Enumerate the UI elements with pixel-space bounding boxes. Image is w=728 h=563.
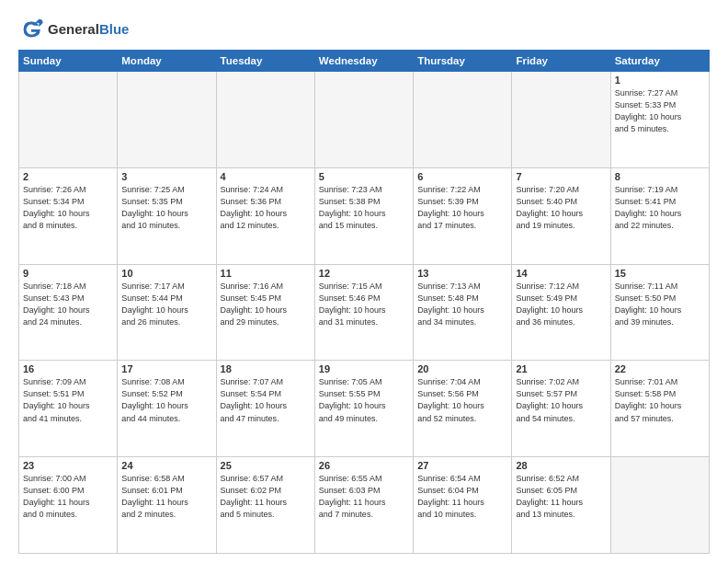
calendar-cell: 4Sunrise: 7:24 AM Sunset: 5:36 PM Daylig… [216, 167, 314, 264]
week-row-4: 23Sunrise: 7:00 AM Sunset: 6:00 PM Dayli… [19, 457, 710, 554]
calendar-cell: 17Sunrise: 7:08 AM Sunset: 5:52 PM Dayli… [118, 361, 216, 457]
day-number: 10 [121, 268, 211, 279]
day-info: Sunrise: 7:19 AM Sunset: 5:41 PM Dayligh… [615, 184, 705, 232]
calendar-cell: 25Sunrise: 6:57 AM Sunset: 6:02 PM Dayli… [216, 457, 314, 554]
calendar-cell [216, 72, 314, 168]
day-number: 18 [221, 363, 311, 374]
calendar-cell: 22Sunrise: 7:01 AM Sunset: 5:58 PM Dayli… [610, 361, 709, 457]
day-number: 25 [221, 460, 311, 471]
day-info: Sunrise: 7:27 AM Sunset: 5:33 PM Dayligh… [615, 87, 705, 135]
weekday-header-monday: Monday [118, 51, 216, 72]
calendar-cell: 3Sunrise: 7:25 AM Sunset: 5:35 PM Daylig… [118, 167, 216, 264]
calendar-cell: 20Sunrise: 7:04 AM Sunset: 5:56 PM Dayli… [414, 361, 512, 457]
calendar-cell: 12Sunrise: 7:15 AM Sunset: 5:46 PM Dayli… [314, 264, 413, 361]
day-info: Sunrise: 7:01 AM Sunset: 5:58 PM Dayligh… [615, 376, 705, 424]
calendar-cell [414, 72, 512, 168]
day-number: 22 [615, 363, 705, 374]
calendar-table: SundayMondayTuesdayWednesdayThursdayFrid… [18, 50, 710, 554]
day-info: Sunrise: 7:23 AM Sunset: 5:38 PM Dayligh… [319, 184, 409, 232]
day-info: Sunrise: 7:11 AM Sunset: 5:50 PM Dayligh… [615, 281, 705, 328]
calendar-cell: 26Sunrise: 6:55 AM Sunset: 6:03 PM Dayli… [314, 457, 413, 554]
logo-blue-text: Blue [99, 21, 130, 37]
day-info: Sunrise: 6:52 AM Sunset: 6:05 PM Dayligh… [516, 473, 606, 521]
day-number: 2 [23, 171, 113, 182]
calendar-cell: 14Sunrise: 7:12 AM Sunset: 5:49 PM Dayli… [512, 264, 610, 361]
day-info: Sunrise: 7:16 AM Sunset: 5:45 PM Dayligh… [221, 281, 311, 328]
day-number: 27 [417, 460, 507, 471]
day-number: 6 [417, 171, 507, 182]
calendar-cell: 9Sunrise: 7:18 AM Sunset: 5:43 PM Daylig… [19, 264, 118, 361]
day-info: Sunrise: 7:07 AM Sunset: 5:54 PM Dayligh… [221, 376, 311, 424]
day-info: Sunrise: 6:57 AM Sunset: 6:02 PM Dayligh… [221, 473, 311, 521]
calendar-cell: 7Sunrise: 7:20 AM Sunset: 5:40 PM Daylig… [512, 167, 610, 264]
calendar-cell [610, 457, 709, 554]
day-info: Sunrise: 7:20 AM Sunset: 5:40 PM Dayligh… [516, 184, 606, 232]
calendar-cell: 24Sunrise: 6:58 AM Sunset: 6:01 PM Dayli… [118, 457, 216, 554]
day-number: 23 [23, 460, 113, 471]
logo-icon [18, 17, 44, 42]
day-number: 13 [417, 268, 507, 279]
day-info: Sunrise: 7:04 AM Sunset: 5:56 PM Dayligh… [417, 376, 507, 424]
calendar-cell [19, 72, 118, 168]
calendar-cell: 2Sunrise: 7:26 AM Sunset: 5:34 PM Daylig… [19, 167, 118, 264]
day-number: 8 [615, 171, 705, 182]
calendar-cell: 6Sunrise: 7:22 AM Sunset: 5:39 PM Daylig… [414, 167, 512, 264]
day-number: 28 [516, 460, 606, 471]
calendar-cell: 19Sunrise: 7:05 AM Sunset: 5:55 PM Dayli… [314, 361, 413, 457]
weekday-header-thursday: Thursday [414, 51, 512, 72]
calendar-cell [314, 72, 413, 168]
day-info: Sunrise: 7:26 AM Sunset: 5:34 PM Dayligh… [23, 184, 113, 232]
calendar-cell: 1Sunrise: 7:27 AM Sunset: 5:33 PM Daylig… [610, 72, 709, 168]
day-number: 21 [516, 363, 606, 374]
day-info: Sunrise: 6:54 AM Sunset: 6:04 PM Dayligh… [417, 473, 507, 521]
day-info: Sunrise: 7:08 AM Sunset: 5:52 PM Dayligh… [121, 376, 211, 424]
day-info: Sunrise: 7:05 AM Sunset: 5:55 PM Dayligh… [319, 376, 409, 424]
weekday-header-wednesday: Wednesday [314, 51, 413, 72]
logo-general: General [48, 21, 99, 37]
day-number: 12 [319, 268, 409, 279]
day-number: 24 [121, 460, 211, 471]
day-number: 7 [516, 171, 606, 182]
day-number: 20 [417, 363, 507, 374]
day-number: 3 [121, 171, 211, 182]
calendar-cell: 11Sunrise: 7:16 AM Sunset: 5:45 PM Dayli… [216, 264, 314, 361]
day-info: Sunrise: 6:55 AM Sunset: 6:03 PM Dayligh… [319, 473, 409, 521]
day-info: Sunrise: 7:13 AM Sunset: 5:48 PM Dayligh… [417, 281, 507, 328]
week-row-2: 9Sunrise: 7:18 AM Sunset: 5:43 PM Daylig… [19, 264, 710, 361]
calendar-cell: 28Sunrise: 6:52 AM Sunset: 6:05 PM Dayli… [512, 457, 610, 554]
calendar-cell: 23Sunrise: 7:00 AM Sunset: 6:00 PM Dayli… [19, 457, 118, 554]
weekday-header-friday: Friday [512, 51, 610, 72]
day-number: 4 [221, 171, 311, 182]
calendar-cell: 16Sunrise: 7:09 AM Sunset: 5:51 PM Dayli… [19, 361, 118, 457]
week-row-1: 2Sunrise: 7:26 AM Sunset: 5:34 PM Daylig… [19, 167, 710, 264]
calendar-cell: 10Sunrise: 7:17 AM Sunset: 5:44 PM Dayli… [118, 264, 216, 361]
day-info: Sunrise: 7:02 AM Sunset: 5:57 PM Dayligh… [516, 376, 606, 424]
calendar-cell [118, 72, 216, 168]
day-info: Sunrise: 6:58 AM Sunset: 6:01 PM Dayligh… [121, 473, 211, 521]
day-info: Sunrise: 7:18 AM Sunset: 5:43 PM Dayligh… [23, 281, 113, 328]
day-number: 11 [221, 268, 311, 279]
calendar-cell: 27Sunrise: 6:54 AM Sunset: 6:04 PM Dayli… [414, 457, 512, 554]
day-info: Sunrise: 7:24 AM Sunset: 5:36 PM Dayligh… [221, 184, 311, 232]
day-info: Sunrise: 7:15 AM Sunset: 5:46 PM Dayligh… [319, 281, 409, 328]
calendar-cell [512, 72, 610, 168]
day-number: 5 [319, 171, 409, 182]
weekday-header-tuesday: Tuesday [216, 51, 314, 72]
weekday-header-row: SundayMondayTuesdayWednesdayThursdayFrid… [19, 51, 710, 72]
calendar-cell: 5Sunrise: 7:23 AM Sunset: 5:38 PM Daylig… [314, 167, 413, 264]
day-number: 15 [615, 268, 705, 279]
day-number: 9 [23, 268, 113, 279]
day-info: Sunrise: 7:12 AM Sunset: 5:49 PM Dayligh… [516, 281, 606, 328]
week-row-3: 16Sunrise: 7:09 AM Sunset: 5:51 PM Dayli… [19, 361, 710, 457]
week-row-0: 1Sunrise: 7:27 AM Sunset: 5:33 PM Daylig… [19, 72, 710, 168]
logo-text: GeneralBlue [48, 21, 129, 37]
day-info: Sunrise: 7:09 AM Sunset: 5:51 PM Dayligh… [23, 376, 113, 424]
day-info: Sunrise: 7:00 AM Sunset: 6:00 PM Dayligh… [23, 473, 113, 521]
calendar-cell: 21Sunrise: 7:02 AM Sunset: 5:57 PM Dayli… [512, 361, 610, 457]
day-number: 17 [121, 363, 211, 374]
calendar-cell: 13Sunrise: 7:13 AM Sunset: 5:48 PM Dayli… [414, 264, 512, 361]
weekday-header-saturday: Saturday [610, 51, 709, 72]
calendar-cell: 15Sunrise: 7:11 AM Sunset: 5:50 PM Dayli… [610, 264, 709, 361]
calendar-cell: 18Sunrise: 7:07 AM Sunset: 5:54 PM Dayli… [216, 361, 314, 457]
day-info: Sunrise: 7:22 AM Sunset: 5:39 PM Dayligh… [417, 184, 507, 232]
